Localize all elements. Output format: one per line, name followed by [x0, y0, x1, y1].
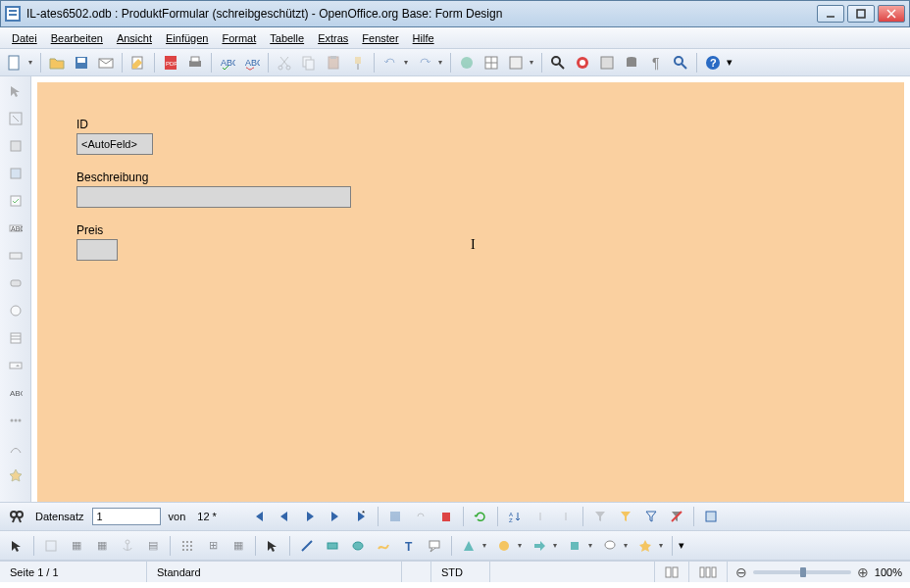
undo-button[interactable]: [379, 52, 401, 74]
form-canvas[interactable]: ID Beschreibung Preis I: [37, 82, 904, 502]
paste-button[interactable]: [323, 52, 344, 74]
callouts-dropdown-icon[interactable]: ▾: [621, 535, 631, 557]
auto-spellcheck-button[interactable]: ABC: [241, 52, 263, 74]
wizards-icon[interactable]: [4, 465, 27, 486]
prev-record-button[interactable]: [274, 506, 295, 527]
push-button-tool-icon[interactable]: [4, 272, 27, 294]
new-record-button[interactable]: *: [350, 506, 372, 527]
more-controls-icon[interactable]: [4, 410, 27, 431]
spellcheck-button[interactable]: ABC: [217, 52, 238, 74]
menu-datei[interactable]: Datei: [6, 30, 43, 46]
combo-box-tool-icon[interactable]: [4, 355, 27, 376]
bring-front-button[interactable]: ▦: [66, 535, 87, 557]
select-tool-icon[interactable]: [4, 80, 27, 102]
design-mode-icon[interactable]: [4, 108, 27, 129]
description-field[interactable]: [76, 186, 351, 208]
toolbar-overflow-icon[interactable]: ▾: [727, 56, 733, 69]
new-button[interactable]: [4, 52, 25, 74]
menu-bearbeiten[interactable]: Bearbeiten: [45, 30, 109, 46]
block-arrows-dropdown-icon[interactable]: ▾: [550, 535, 560, 557]
stars-button[interactable]: [634, 535, 656, 557]
find-record-button[interactable]: [6, 506, 27, 527]
control-properties-icon[interactable]: [4, 135, 27, 157]
save-button[interactable]: [71, 52, 92, 74]
symbol-shapes-button[interactable]: [493, 535, 515, 557]
block-arrows-button[interactable]: [529, 535, 550, 557]
list-box-tool-icon[interactable]: [4, 327, 27, 349]
navigator-button[interactable]: [572, 52, 593, 74]
id-input[interactable]: [77, 134, 152, 154]
drawing-overflow-icon[interactable]: ▾: [679, 539, 684, 552]
label-field-tool-icon[interactable]: ABC: [4, 382, 27, 404]
stars-dropdown-icon[interactable]: ▾: [656, 535, 666, 557]
cut-button[interactable]: [274, 52, 295, 74]
delete-record-button[interactable]: [435, 506, 457, 527]
remove-filter-button[interactable]: [666, 506, 687, 527]
description-input[interactable]: [77, 187, 350, 207]
option-button-tool-icon[interactable]: [4, 300, 27, 321]
zoom-in-button[interactable]: ⊕: [857, 564, 869, 580]
price-field[interactable]: [76, 239, 118, 261]
menu-format[interactable]: Format: [216, 30, 262, 46]
print-button[interactable]: [184, 52, 206, 74]
record-number-input[interactable]: [92, 508, 161, 525]
grid-button[interactable]: [177, 535, 198, 557]
export-pdf-button[interactable]: PDF: [160, 52, 181, 74]
text-tool-button[interactable]: T: [398, 535, 420, 557]
select-tool-button[interactable]: [6, 535, 27, 557]
sort-button[interactable]: AZ: [504, 506, 526, 527]
status-pages-icon[interactable]: [689, 562, 728, 582]
save-record-button[interactable]: [384, 506, 406, 527]
zoom-slider[interactable]: [753, 570, 851, 574]
basic-shapes-dropdown-icon[interactable]: ▾: [480, 535, 489, 557]
autofilter-button[interactable]: [589, 506, 611, 527]
guides-button[interactable]: ⊞: [202, 535, 224, 557]
menu-hilfe[interactable]: Hilfe: [407, 30, 440, 46]
zoom-button[interactable]: [670, 52, 691, 74]
checkbox-tool-icon[interactable]: [4, 190, 27, 212]
open-button[interactable]: [46, 52, 68, 74]
minimize-button[interactable]: [817, 5, 844, 23]
rectangle-tool-button[interactable]: [322, 535, 343, 557]
table-button[interactable]: [480, 52, 502, 74]
sort-desc-button[interactable]: [555, 506, 577, 527]
menu-fenster[interactable]: Fenster: [356, 30, 404, 46]
email-button[interactable]: [95, 52, 117, 74]
undo-dropdown-icon[interactable]: ▾: [401, 52, 411, 74]
hyperlink-button[interactable]: [456, 52, 478, 74]
apply-filter-button[interactable]: [615, 506, 636, 527]
help-button[interactable]: ?: [702, 52, 724, 74]
nonprinting-button[interactable]: ¶: [645, 52, 667, 74]
formatted-field-icon[interactable]: [4, 245, 27, 267]
find-replace-button[interactable]: [547, 52, 569, 74]
freeform-tool-button[interactable]: [373, 535, 394, 557]
align-button[interactable]: ▤: [142, 535, 164, 557]
flowchart-button[interactable]: [564, 535, 585, 557]
send-back-button[interactable]: ▦: [91, 535, 113, 557]
callout-tool-button[interactable]: [424, 535, 445, 557]
next-record-button[interactable]: [299, 506, 321, 527]
anchor-button[interactable]: [117, 535, 138, 557]
copy-button[interactable]: [298, 52, 320, 74]
edit-mode-button[interactable]: [127, 52, 149, 74]
pointer2-button[interactable]: [262, 535, 283, 557]
insert-button[interactable]: [505, 52, 527, 74]
last-record-button[interactable]: [325, 506, 346, 527]
line-tool-button[interactable]: [296, 535, 318, 557]
sort-asc-button[interactable]: [530, 506, 551, 527]
redo-button[interactable]: [414, 52, 435, 74]
maximize-button[interactable]: [847, 5, 875, 23]
zoom-percent[interactable]: 100%: [875, 566, 902, 578]
insert-dropdown-icon[interactable]: ▾: [527, 52, 536, 74]
close-button[interactable]: [878, 5, 905, 23]
status-mode[interactable]: STD: [431, 562, 490, 582]
price-input[interactable]: [77, 240, 117, 260]
zoom-out-button[interactable]: ⊖: [735, 564, 747, 580]
symbol-shapes-dropdown-icon[interactable]: ▾: [515, 535, 525, 557]
menu-einfuegen[interactable]: Einfügen: [160, 30, 214, 46]
menu-extras[interactable]: Extras: [312, 30, 354, 46]
zoom-slider-thumb[interactable]: [800, 567, 806, 577]
menu-tabelle[interactable]: Tabelle: [264, 30, 310, 46]
refresh-button[interactable]: [470, 506, 491, 527]
form-filter-button[interactable]: [640, 506, 662, 527]
